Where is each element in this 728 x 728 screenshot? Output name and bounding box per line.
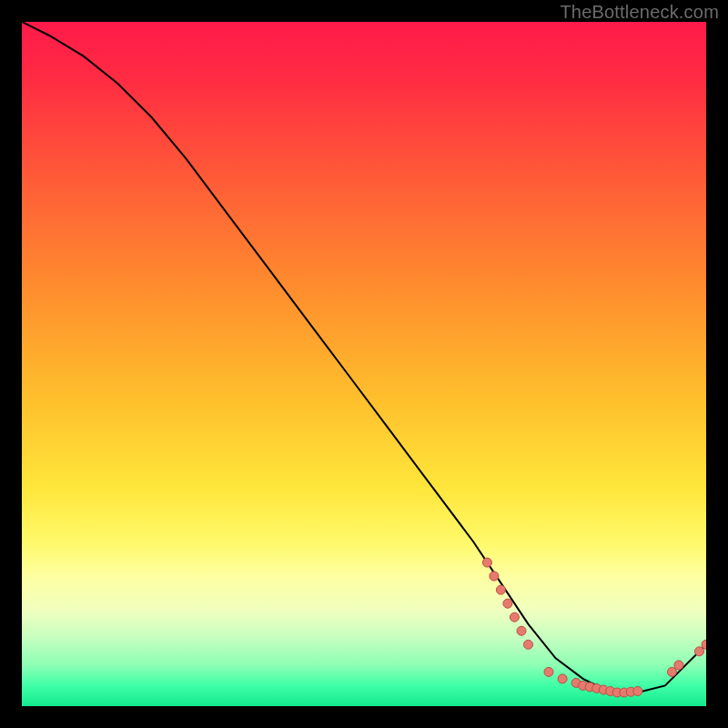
data-marker <box>503 599 512 608</box>
data-marker <box>496 585 505 594</box>
data-marker <box>674 661 683 670</box>
plot-area <box>22 22 706 706</box>
data-marker <box>695 647 704 656</box>
chart-frame: TheBottleneck.com <box>0 0 728 728</box>
curve-path-group <box>22 22 706 693</box>
data-marker <box>517 626 526 635</box>
data-marker <box>558 674 567 683</box>
bottleneck-curve <box>22 22 706 693</box>
data-marker <box>490 571 499 581</box>
data-markers <box>482 558 706 697</box>
data-marker <box>544 667 553 676</box>
data-marker <box>633 687 642 696</box>
curve-layer <box>22 22 706 706</box>
data-marker <box>667 667 676 676</box>
data-marker <box>524 640 533 649</box>
data-marker <box>510 612 519 622</box>
watermark-text: TheBottleneck.com <box>560 2 719 23</box>
data-marker <box>482 558 491 567</box>
